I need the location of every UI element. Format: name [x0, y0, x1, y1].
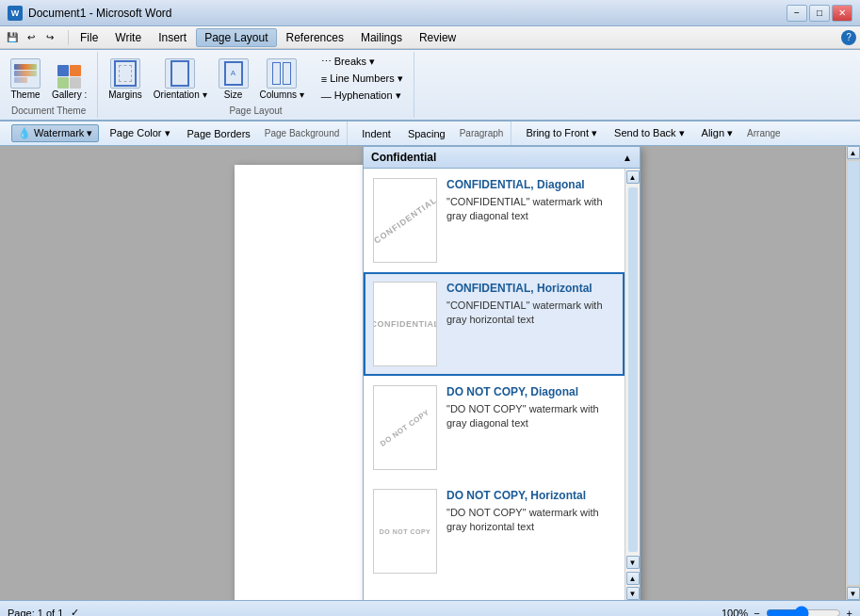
ribbon-group-page-layout: Margins Orientation ▾ A Size — [98, 52, 414, 118]
sub-group-arrange: Bring to Front ▾ Send to Back ▾ Align ▾ … — [511, 122, 787, 145]
menu-write[interactable]: Write — [107, 28, 149, 47]
hyphenation-button[interactable]: — Hyphenation ▾ — [316, 88, 408, 104]
status-right: 100% − + — [722, 608, 852, 617]
theme-icon — [10, 58, 41, 89]
watermark-dropdown: Confidential ▲ CONFIDENTIAL CONFIDENTIAL… — [363, 146, 641, 600]
word-icon: W — [8, 6, 23, 21]
page-color-button[interactable]: Page Color ▾ — [103, 124, 176, 142]
watermark-item-donotcopy-diagonal[interactable]: DO NOT COPY DO NOT COPY, Diagonal "DO NO… — [364, 376, 625, 479]
sub-group-page-background: 💧 Watermark ▾ Page Color ▾ Page Borders … — [4, 122, 348, 145]
breaks-button[interactable]: ⋯ Breaks ▾ — [316, 54, 408, 70]
menu-insert[interactable]: Insert — [151, 28, 194, 47]
sub-ribbon: 💧 Watermark ▾ Page Color ▾ Page Borders … — [0, 122, 860, 146]
breaks-icon: ⋯ — [321, 56, 332, 68]
maximize-button[interactable]: □ — [809, 5, 830, 22]
right-scroll-up[interactable]: ▲ — [847, 146, 860, 159]
indent-label: Indent — [362, 128, 391, 139]
page-borders-button[interactable]: Page Borders — [181, 125, 257, 142]
watermark-info-3: DO NOT COPY, Diagonal "DO NOT COPY" wate… — [446, 385, 615, 431]
watermark-button[interactable]: 💧 Watermark ▾ — [11, 124, 99, 142]
zoom-out-button[interactable]: − — [754, 608, 759, 617]
watermark-preview-text-1: CONFIDENTIAL — [373, 195, 437, 246]
gallery-button[interactable]: Gallery : — [47, 55, 91, 103]
window-title: Document1 - Microsoft Word — [28, 7, 172, 20]
line-numbers-button[interactable]: ≡ Line Numbers ▾ — [316, 71, 408, 87]
zoom-level: 100% — [722, 608, 748, 617]
orientation-button[interactable]: Orientation ▾ — [149, 56, 212, 103]
menu-review[interactable]: Review — [412, 28, 463, 47]
align-label: Align ▾ — [702, 127, 734, 139]
watermark-preview-3: DO NOT COPY — [373, 385, 437, 470]
menu-page-layout[interactable]: Page Layout — [196, 28, 276, 47]
redo-button[interactable]: ↪ — [41, 29, 58, 46]
quick-access-toolbar: 💾 ↩ ↪ — [4, 29, 58, 46]
margins-icon — [110, 58, 140, 89]
watermark-info-4: DO NOT COPY, Horizontal "DO NOT COPY" wa… — [446, 489, 615, 535]
watermark-desc-4: "DO NOT COPY" watermark with gray horizo… — [446, 506, 615, 535]
breaks-label: Breaks ▾ — [334, 56, 375, 68]
menu-mailings[interactable]: Mailings — [353, 28, 410, 47]
watermark-preview-text-4: DO NOT COPY — [380, 528, 431, 535]
zoom-in-button[interactable]: + — [847, 608, 852, 617]
save-quick-button[interactable]: 💾 — [4, 29, 21, 46]
watermark-icon: 💧 — [18, 127, 31, 139]
margins-button[interactable]: Margins — [104, 56, 147, 103]
scroll-down-arrow[interactable]: ▼ — [626, 556, 640, 569]
dropdown-scrollbar: ▲ ▼ ▲ ▼ — [625, 169, 640, 600]
scroll-thumb[interactable] — [628, 187, 638, 552]
columns-icon — [267, 58, 297, 89]
gallery-label: Gallery : — [52, 89, 87, 100]
main-area: Confidential ▲ CONFIDENTIAL CONFIDENTIAL… — [0, 146, 860, 600]
indent-button[interactable]: Indent — [355, 125, 398, 142]
watermark-item-confidential-diagonal[interactable]: CONFIDENTIAL CONFIDENTIAL, Diagonal "CON… — [364, 169, 625, 272]
dropdown-scroll-area[interactable]: CONFIDENTIAL CONFIDENTIAL, Diagonal "CON… — [364, 169, 625, 600]
scroll-down-small[interactable]: ▼ — [626, 587, 640, 600]
undo-button[interactable]: ↩ — [23, 29, 40, 46]
watermark-preview-4: DO NOT COPY — [373, 489, 437, 574]
status-bar: Page: 1 of 1 ✓ 100% − + — [0, 600, 860, 616]
size-label: Size — [224, 89, 242, 100]
page-background-group-label: Page Background — [261, 128, 340, 138]
bring-to-front-button[interactable]: Bring to Front ▾ — [519, 124, 604, 142]
right-scrollbar[interactable]: ▲ ▼ — [845, 146, 860, 600]
watermark-item-confidential-horizontal[interactable]: CONFIDENTIAL CONFIDENTIAL, Horizontal "C… — [364, 272, 625, 376]
status-left: Page: 1 of 1 ✓ — [8, 607, 79, 616]
watermark-item-donotcopy-horizontal[interactable]: DO NOT COPY DO NOT COPY, Horizontal "DO … — [364, 479, 625, 583]
zoom-slider[interactable] — [766, 608, 841, 617]
watermark-info-2: CONFIDENTIAL, Horizontal "CONFIDENTIAL" … — [446, 282, 615, 328]
right-scroll-down[interactable]: ▼ — [847, 587, 860, 600]
theme-buttons: Theme Gallery : — [6, 54, 91, 104]
help-button[interactable]: ? — [841, 30, 856, 45]
watermark-name-2: CONFIDENTIAL, Horizontal — [446, 282, 615, 295]
ribbon-content: Theme Gallery : — [0, 49, 860, 120]
menu-file[interactable]: File — [73, 28, 105, 47]
align-button[interactable]: Align ▾ — [695, 124, 740, 142]
close-button[interactable]: ✕ — [832, 5, 852, 22]
page-info: Page: 1 of 1 — [8, 608, 63, 617]
size-button[interactable]: A Size — [214, 56, 253, 103]
spacing-button[interactable]: Spacing — [401, 125, 452, 142]
dropdown-body: CONFIDENTIAL CONFIDENTIAL, Diagonal "CON… — [364, 169, 640, 600]
margins-label: Margins — [108, 89, 142, 100]
orientation-icon — [165, 58, 195, 89]
theme-group-label: Document Theme — [11, 104, 86, 116]
theme-button[interactable]: Theme — [6, 56, 45, 103]
scroll-up-arrow[interactable]: ▲ — [626, 170, 640, 184]
send-to-back-button[interactable]: Send to Back ▾ — [608, 124, 691, 142]
scroll-up-small[interactable]: ▲ — [626, 572, 640, 585]
hyphenation-icon: — — [321, 90, 332, 102]
watermark-name-4: DO NOT COPY, Horizontal — [446, 489, 615, 502]
title-bar-left: W Document1 - Microsoft Word — [8, 6, 172, 21]
watermark-preview-1: CONFIDENTIAL — [373, 178, 437, 263]
right-scroll-thumb[interactable] — [848, 161, 859, 585]
minimize-button[interactable]: − — [787, 5, 807, 22]
menu-references[interactable]: References — [279, 28, 351, 47]
menu-bar: 💾 ↩ ↪ File Write Insert Page Layout Refe… — [0, 26, 860, 49]
window-controls: − □ ✕ — [787, 5, 852, 22]
title-bar: W Document1 - Microsoft Word − □ ✕ — [0, 0, 860, 26]
watermark-info-1: CONFIDENTIAL, Diagonal "CONFIDENTIAL" wa… — [446, 178, 615, 224]
columns-button[interactable]: Columns ▾ — [255, 56, 309, 103]
small-buttons: ⋯ Breaks ▾ ≡ Line Numbers ▾ — Hyphenatio… — [316, 54, 408, 104]
paragraph-group-label: Paragraph — [456, 128, 504, 138]
orientation-label: Orientation ▾ — [154, 89, 207, 100]
